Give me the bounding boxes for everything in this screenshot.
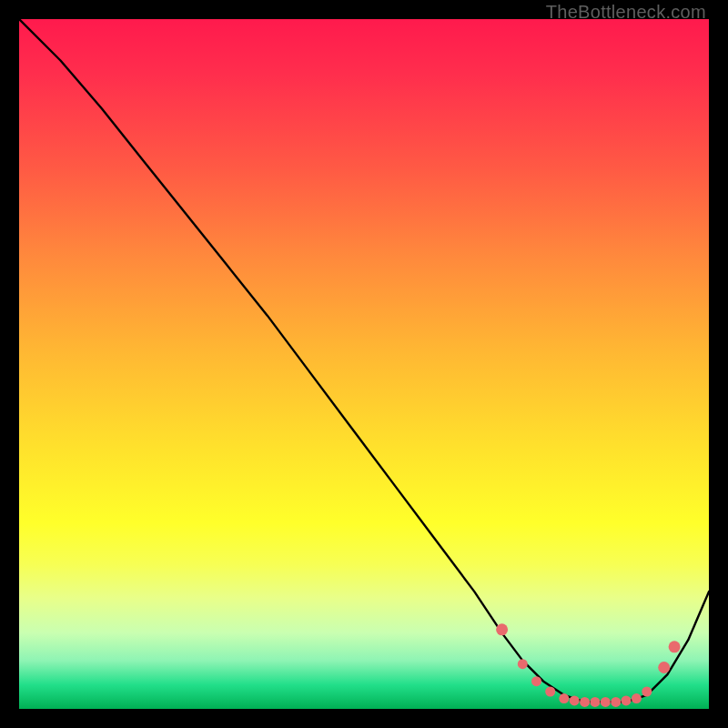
svg-point-1	[518, 659, 528, 669]
svg-point-8	[601, 697, 611, 707]
svg-point-9	[611, 697, 621, 707]
svg-point-4	[559, 693, 569, 703]
svg-point-13	[658, 662, 670, 673]
curve-line	[19, 19, 709, 702]
chart-svg	[19, 19, 709, 709]
svg-point-10	[622, 695, 632, 705]
svg-point-0	[496, 623, 508, 635]
svg-point-11	[632, 693, 642, 703]
watermark-text: TheBottleneck.com	[546, 2, 706, 23]
chart-area	[19, 19, 709, 709]
svg-point-5	[570, 695, 580, 705]
svg-point-14	[669, 641, 681, 652]
svg-point-12	[642, 687, 652, 697]
svg-point-7	[590, 697, 600, 707]
svg-point-6	[580, 697, 590, 707]
svg-point-2	[531, 676, 541, 686]
highlight-dots	[496, 623, 681, 707]
svg-point-3	[545, 687, 555, 697]
